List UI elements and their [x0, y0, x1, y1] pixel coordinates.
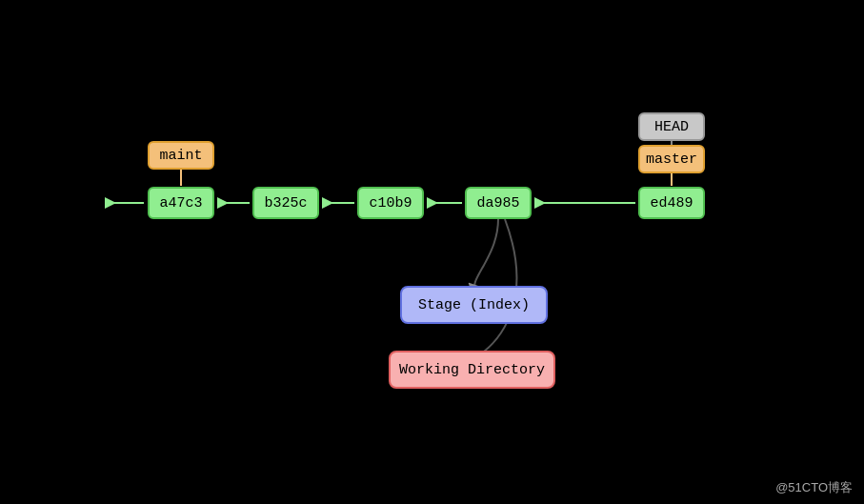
master-label: master: [638, 145, 705, 173]
workdir-node: Working Directory: [389, 351, 555, 389]
commit-b325c: b325c: [252, 187, 319, 219]
diagram-canvas: a47c3 b325c c10b9 da985 ed489 maint HEAD…: [0, 0, 864, 504]
commit-ed489: ed489: [638, 187, 705, 219]
commit-a47c3: a47c3: [148, 187, 214, 219]
head-label: HEAD: [638, 112, 705, 141]
watermark: @51CTO博客: [775, 479, 853, 496]
arrows-svg: [0, 0, 864, 504]
stage-node: Stage (Index): [400, 286, 548, 324]
commit-da985: da985: [465, 187, 532, 219]
maint-label: maint: [148, 141, 214, 170]
commit-c10b9: c10b9: [357, 187, 424, 219]
